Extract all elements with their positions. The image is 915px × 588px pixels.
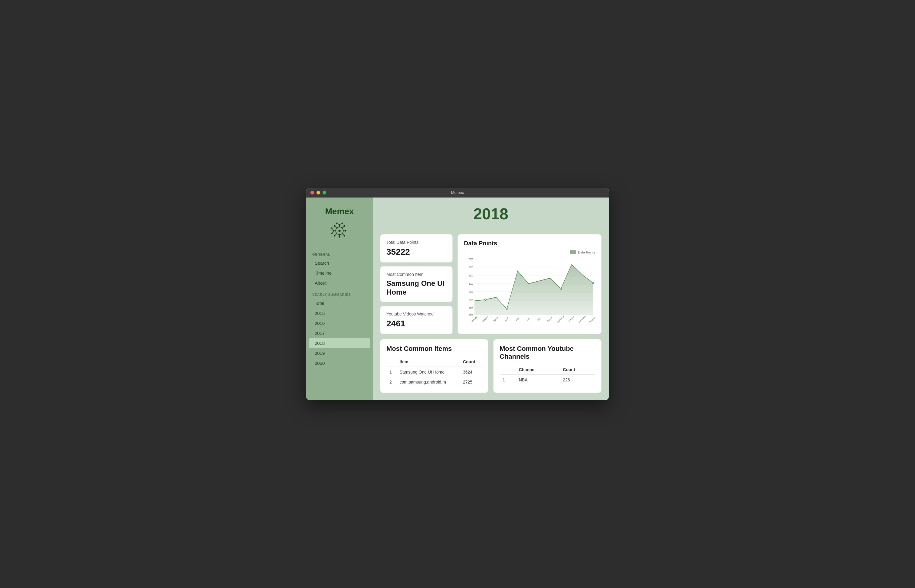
data-points-chart-card: Data Points Data Points <box>457 234 601 334</box>
most-common-item-label: Most Common Item <box>386 272 446 277</box>
titlebar: Memex <box>306 188 609 197</box>
sidebar-item-about[interactable]: About <box>309 278 370 288</box>
svg-point-13 <box>344 230 346 231</box>
svg-point-23 <box>342 222 343 224</box>
sidebar-item-total[interactable]: Total <box>309 298 370 308</box>
maximize-button[interactable] <box>323 191 326 194</box>
line-chart-svg: 3600 3400 3200 3000 2800 2600 2400 2200 <box>464 256 595 322</box>
svg-point-45 <box>560 288 562 290</box>
main-content: 2018 Total Data Points 35222 Most Common… <box>373 197 609 401</box>
svg-marker-42 <box>474 264 593 315</box>
svg-point-44 <box>506 308 508 310</box>
year-title: 2018 <box>380 205 601 223</box>
most-common-items-card: Most Common Items Item Count 1 <box>380 339 488 393</box>
youtube-watched-card: Youtube Videos Watched 2461 <box>380 306 453 334</box>
svg-text:2200: 2200 <box>469 313 473 317</box>
sidebar-section-yearly: YEARLY SUMMARIES <box>306 288 373 298</box>
svg-text:3200: 3200 <box>469 274 473 277</box>
col-count-header: Count <box>560 365 595 375</box>
sidebar: Memex <box>306 197 373 401</box>
svg-point-11 <box>339 236 340 237</box>
table-row: 2 com.samsung.android.m 2725 <box>386 377 482 387</box>
svg-text:March: March <box>493 316 498 322</box>
col-channel-header: Channel <box>516 365 560 375</box>
sidebar-item-search[interactable]: Search <box>309 258 370 268</box>
svg-text:3000: 3000 <box>469 282 473 285</box>
most-common-items-table: Item Count 1 Samsung One UI Home 3624 <box>386 357 482 387</box>
svg-text:3400: 3400 <box>469 266 473 269</box>
app-title: Memex <box>325 207 354 216</box>
svg-point-17 <box>334 235 335 236</box>
svg-text:2600: 2600 <box>469 299 473 302</box>
legend-label: Data Points <box>578 250 595 254</box>
sidebar-section-general: GENERAL <box>306 248 373 258</box>
svg-text:November: November <box>578 314 587 322</box>
svg-point-15 <box>344 235 345 236</box>
sidebar-item-2017[interactable]: 2017 <box>309 328 370 338</box>
youtube-watched-label: Youtube Videos Watched <box>386 312 446 317</box>
svg-text:June: June <box>526 317 530 322</box>
svg-text:3600: 3600 <box>469 258 473 261</box>
most-common-channels-table: Channel Count 1 NBA 226 <box>500 365 595 385</box>
svg-text:2800: 2800 <box>469 290 473 293</box>
svg-point-24 <box>331 227 333 229</box>
svg-point-16 <box>344 225 345 226</box>
table-row: 1 NBA 226 <box>500 375 595 385</box>
chart-title: Data Points <box>464 240 595 247</box>
rank-cell: 1 <box>386 367 397 377</box>
most-common-channels-card: Most Common Youtube Channels Channel Cou… <box>493 339 601 393</box>
item-cell: com.samsung.android.m <box>397 377 460 387</box>
rank-cell: 2 <box>386 377 397 387</box>
chart-container: 3600 3400 3200 3000 2800 2600 2400 2200 <box>464 256 595 322</box>
svg-text:December: December <box>589 314 595 322</box>
most-common-items-title: Most Common Items <box>386 345 482 353</box>
bottom-row: Most Common Items Item Count 1 <box>380 339 601 393</box>
top-row: Total Data Points 35222 Most Common Item… <box>380 234 601 334</box>
rank-cell: 1 <box>500 375 516 385</box>
sidebar-item-2020[interactable]: 2020 <box>309 358 370 368</box>
svg-text:October: October <box>568 315 575 322</box>
sidebar-item-2015[interactable]: 2015 <box>309 308 370 318</box>
sidebar-item-2016[interactable]: 2016 <box>309 318 370 328</box>
col-item-header: Item <box>397 357 460 367</box>
svg-point-25 <box>331 233 333 234</box>
legend-color-box <box>570 250 576 254</box>
svg-point-14 <box>334 225 335 226</box>
minimize-button[interactable] <box>317 191 320 194</box>
sidebar-item-2019[interactable]: 2019 <box>309 348 370 358</box>
svg-point-43 <box>485 299 486 300</box>
svg-text:February: February <box>482 315 489 322</box>
col-rank-header <box>500 365 516 375</box>
most-common-item-card: Most Common Item Samsung One UI Home <box>380 266 453 302</box>
col-rank-header <box>386 357 397 367</box>
app-body: Memex <box>306 197 609 401</box>
brain-circuit-icon <box>328 220 351 242</box>
table-header-row: Item Count <box>386 357 482 367</box>
total-data-points-card: Total Data Points 35222 <box>380 234 453 263</box>
stats-column: Total Data Points 35222 Most Common Item… <box>380 234 453 334</box>
app-window: Memex Memex <box>306 188 609 401</box>
window-title: Memex <box>451 190 464 195</box>
close-button[interactable] <box>310 191 314 194</box>
svg-text:July: July <box>537 317 541 322</box>
svg-point-1 <box>338 229 340 232</box>
item-cell: Samsung One UI Home <box>397 367 460 377</box>
total-data-points-value: 35222 <box>386 247 446 257</box>
most-common-item-value: Samsung One UI Home <box>386 279 446 297</box>
sidebar-item-2018[interactable]: 2018 <box>309 338 370 348</box>
svg-text:August: August <box>547 315 553 322</box>
svg-point-22 <box>336 222 338 224</box>
col-count-header: Count <box>460 357 482 367</box>
svg-point-46 <box>592 282 594 284</box>
chart-legend: Data Points <box>464 250 595 254</box>
svg-text:May: May <box>515 317 519 322</box>
most-common-channels-title: Most Common Youtube Channels <box>500 345 595 360</box>
sidebar-item-timeline[interactable]: Timeline <box>309 268 370 278</box>
sidebar-logo-area: Memex <box>306 204 373 248</box>
count-cell: 2725 <box>460 377 482 387</box>
svg-text:April: April <box>504 317 509 322</box>
svg-text:2400: 2400 <box>469 307 473 310</box>
count-cell: 3624 <box>460 367 482 377</box>
count-cell: 226 <box>560 375 595 385</box>
table-row: 1 Samsung One UI Home 3624 <box>386 367 482 377</box>
